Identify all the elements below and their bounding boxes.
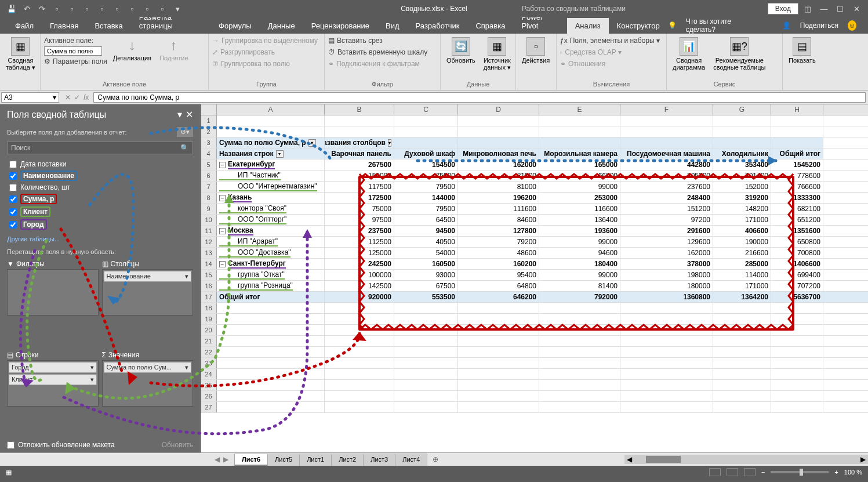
qat-btn[interactable]: ▫ [95, 2, 109, 16]
ribbon-display-icon[interactable]: ◫ [801, 2, 815, 16]
table-row[interactable]: 18 [201, 303, 868, 314]
cell[interactable] [458, 336, 539, 346]
drilldown-button[interactable]: ↓Детализация [111, 36, 154, 63]
cell[interactable] [325, 336, 394, 346]
tab-design[interactable]: Конструктор [609, 18, 668, 34]
cell[interactable]: −Казань [217, 193, 325, 203]
cell[interactable]: 97200 [620, 215, 713, 225]
tab-insert[interactable]: Вставка [86, 18, 130, 34]
row-number[interactable]: 5 [201, 160, 217, 170]
row-number[interactable]: 9 [201, 204, 217, 214]
cell[interactable]: 64500 [394, 215, 458, 225]
row-number[interactable]: 26 [201, 391, 217, 401]
table-row[interactable]: 13ООО "Доставка"125000540004860094600162… [201, 248, 868, 259]
cell[interactable]: 162000 [458, 160, 539, 170]
cell[interactable]: Духовой шкаф [394, 148, 458, 159]
zoom-in-icon[interactable]: + [834, 469, 838, 476]
cell[interactable]: 651200 [771, 215, 823, 225]
qat-btn[interactable]: ▫ [80, 2, 94, 16]
cell[interactable]: 95400 [458, 270, 539, 280]
cell[interactable]: 154500 [394, 160, 458, 170]
row-number[interactable]: 24 [201, 369, 217, 379]
qat-btn[interactable]: ▫ [155, 2, 169, 16]
cell[interactable] [458, 115, 539, 126]
cell[interactable]: 144000 [394, 193, 458, 203]
cell[interactable] [458, 314, 539, 324]
fields-items-button[interactable]: ƒx Поля, элементы и наборы ▾ [560, 36, 660, 45]
cell[interactable]: 707200 [771, 281, 823, 291]
cell[interactable] [394, 137, 458, 148]
cell[interactable]: Посудомоечная машина [620, 148, 713, 159]
zoom-slider[interactable] [771, 471, 829, 473]
cell[interactable] [539, 347, 620, 357]
field-item[interactable]: Дата поставки [7, 159, 193, 169]
cell[interactable]: группа "Розница" [217, 281, 325, 291]
cell[interactable]: 116600 [539, 204, 620, 214]
cell[interactable]: −Москва [217, 226, 325, 236]
cell[interactable]: 267500 [325, 160, 394, 170]
refresh-button[interactable]: 🔄Обновить [444, 36, 478, 65]
cell[interactable] [458, 137, 539, 148]
worksheet-grid[interactable]: A B C D E F G H 123Сумма по полю Сумма, … [201, 104, 868, 452]
tab-home[interactable]: Главная [42, 18, 86, 34]
cell[interactable]: 160200 [458, 259, 539, 269]
cell[interactable] [771, 369, 823, 379]
cell[interactable]: 79500 [394, 182, 458, 192]
active-field-input[interactable] [44, 46, 102, 56]
close-icon[interactable]: ✕ [849, 2, 863, 16]
pivot-chart-button[interactable]: 📊Сводная диаграмма [670, 36, 707, 72]
row-number[interactable]: 27 [201, 402, 217, 412]
cell[interactable] [394, 369, 458, 379]
cell[interactable] [771, 325, 823, 335]
cell[interactable]: 205200 [620, 171, 713, 181]
field-item[interactable]: Наименование [7, 169, 193, 182]
row-number[interactable]: 20 [201, 325, 217, 335]
cell[interactable]: 180000 [620, 281, 713, 291]
cell[interactable]: 700800 [771, 248, 823, 258]
cell[interactable]: 99000 [539, 182, 620, 192]
cell[interactable]: Холодильник [713, 148, 771, 159]
cell[interactable] [771, 391, 823, 401]
cell[interactable]: 216600 [713, 248, 771, 258]
cell[interactable]: 97500 [325, 215, 394, 225]
cell[interactable] [620, 402, 713, 412]
cell[interactable]: 84600 [458, 215, 539, 225]
field-item[interactable]: Количество, шт [7, 182, 193, 193]
table-row[interactable]: 6ИП "Частник"150000750008100066000205200… [201, 171, 868, 182]
field-checkbox[interactable] [9, 195, 17, 203]
cell[interactable]: контора "Своя" [217, 204, 325, 214]
cell[interactable] [771, 336, 823, 346]
pivot-table-button[interactable]: ▦Сводная таблица ▾ [3, 36, 38, 73]
table-row[interactable]: 12ИП "Арарат"112500405007920099000129600… [201, 237, 868, 248]
tab-developer[interactable]: Разработчик [408, 18, 468, 34]
row-number[interactable]: 15 [201, 270, 217, 280]
h-scrollbar[interactable]: ◀▶ [624, 455, 868, 464]
cell[interactable] [620, 137, 713, 148]
cell[interactable]: 99000 [539, 270, 620, 280]
tellme-input[interactable]: Что вы хотите сделать? [686, 17, 750, 34]
cell[interactable]: 81000 [458, 171, 539, 181]
cell[interactable] [325, 325, 394, 335]
cell[interactable]: ИП "Частник" [217, 171, 325, 181]
table-row[interactable]: 11−Москва2375009450012780019360029160040… [201, 226, 868, 237]
field-checkbox[interactable] [9, 172, 17, 180]
cell[interactable]: 94600 [539, 248, 620, 258]
cell[interactable] [620, 314, 713, 324]
cell[interactable]: 150000 [325, 171, 394, 181]
table-row[interactable]: 15группа "Откат"100000930009540099000198… [201, 270, 868, 281]
cell[interactable]: 151200 [620, 204, 713, 214]
cell[interactable]: 79500 [394, 204, 458, 214]
cell[interactable]: 117500 [325, 182, 394, 192]
qat-btn[interactable]: ▫ [110, 2, 124, 16]
cell[interactable] [539, 391, 620, 401]
table-row[interactable]: 27 [201, 402, 868, 413]
cell[interactable] [713, 126, 771, 137]
row-number[interactable]: 1 [201, 115, 217, 126]
cell[interactable]: 75000 [325, 204, 394, 214]
zone-rows[interactable]: Город▾Клиент▾ [7, 360, 99, 407]
cell[interactable] [620, 380, 713, 390]
cell[interactable] [713, 380, 771, 390]
cell[interactable] [771, 126, 823, 137]
cell[interactable] [539, 380, 620, 390]
cell[interactable] [458, 325, 539, 335]
